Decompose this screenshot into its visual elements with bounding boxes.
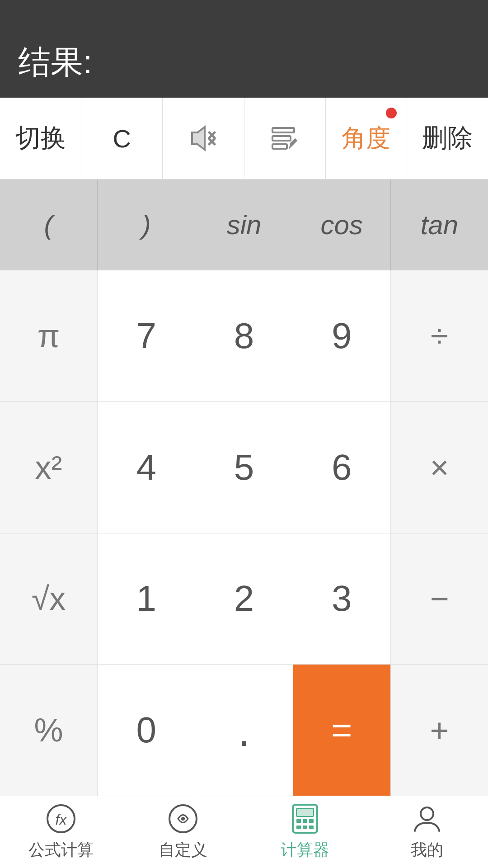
cos-button[interactable]: cos — [293, 179, 391, 270]
equals-label: = — [331, 709, 352, 751]
nav-formula[interactable]: fx 公式计算 — [0, 796, 122, 868]
percent-label: % — [34, 712, 63, 749]
svg-rect-7 — [272, 144, 287, 149]
key-0-label: 0 — [136, 709, 157, 751]
key-4-label: 4 — [136, 447, 157, 488]
switch-button[interactable]: 切换 — [0, 98, 81, 179]
svg-rect-14 — [296, 819, 301, 823]
svg-rect-13 — [296, 808, 314, 816]
mine-icon — [411, 803, 443, 835]
result-label: 结果: — [18, 41, 92, 84]
square-button[interactable]: x² — [0, 402, 98, 533]
custom-icon — [167, 803, 199, 835]
nav-mine[interactable]: 我的 — [366, 796, 488, 868]
bottom-nav: fx 公式计算 自定义 计算器 我的 — [0, 796, 488, 868]
svg-point-11 — [181, 817, 185, 821]
pi-label: π — [38, 317, 60, 354]
switch-label: 切换 — [15, 121, 66, 156]
sound-icon — [188, 123, 219, 154]
subtract-label: − — [430, 580, 449, 617]
trig-row: ( ) sin cos tan — [0, 179, 488, 270]
key-7-button[interactable]: 7 — [98, 270, 195, 401]
key-6-button[interactable]: 6 — [293, 402, 391, 533]
key-0-button[interactable]: 0 — [98, 665, 195, 796]
svg-point-20 — [421, 807, 433, 820]
key-6-label: 6 — [332, 447, 352, 488]
divide-label: ÷ — [431, 317, 449, 354]
key-5-button[interactable]: 5 — [195, 402, 293, 533]
pi-button[interactable]: π — [0, 270, 98, 401]
mine-nav-label: 我的 — [411, 839, 443, 861]
multiply-button[interactable]: × — [391, 402, 488, 533]
dot-label: . — [238, 708, 250, 753]
dot-button[interactable]: . — [195, 665, 293, 796]
key-row-1: π 7 8 9 ÷ — [0, 270, 488, 402]
angle-label: 角度 — [342, 122, 390, 155]
key-8-button[interactable]: 8 — [195, 270, 293, 401]
close-paren-button[interactable]: ) — [98, 179, 195, 270]
key-row-2: x² 4 5 6 × — [0, 402, 488, 533]
key-row-4: % 0 . = + — [0, 665, 488, 796]
close-paren-label: ) — [142, 209, 151, 241]
multiply-label: × — [430, 449, 449, 486]
subtract-button[interactable]: − — [391, 533, 488, 665]
tan-label: tan — [421, 209, 458, 241]
svg-rect-17 — [296, 826, 301, 829]
tan-button[interactable]: tan — [391, 179, 488, 270]
key-1-button[interactable]: 1 — [98, 533, 195, 665]
key-row-3: √x 1 2 3 − — [0, 533, 488, 665]
svg-rect-6 — [272, 136, 291, 141]
divide-button[interactable]: ÷ — [391, 270, 488, 401]
key-4-button[interactable]: 4 — [98, 402, 195, 533]
key-5-label: 5 — [234, 447, 254, 488]
key-8-label: 8 — [234, 315, 254, 357]
svg-marker-0 — [192, 127, 205, 150]
key-3-button[interactable]: 3 — [293, 533, 391, 665]
key-7-label: 7 — [136, 315, 157, 357]
result-area: 结果: — [0, 27, 488, 98]
clear-label: C — [113, 124, 131, 153]
nav-custom[interactable]: 自定义 — [122, 796, 244, 868]
edit-button[interactable] — [244, 98, 326, 179]
key-1-label: 1 — [136, 578, 157, 619]
add-button[interactable]: + — [391, 665, 488, 796]
svg-rect-16 — [309, 819, 314, 823]
open-paren-button[interactable]: ( — [0, 179, 98, 270]
svg-text:fx: fx — [56, 811, 67, 828]
cos-label: cos — [321, 209, 363, 241]
sqrt-button[interactable]: √x — [0, 533, 98, 665]
key-9-label: 9 — [332, 315, 352, 357]
nav-calculator[interactable]: 计算器 — [244, 796, 366, 868]
edit-icon — [269, 123, 300, 154]
status-bar — [0, 0, 488, 27]
angle-button[interactable]: 角度 — [326, 98, 407, 179]
delete-label: 删除 — [422, 121, 473, 156]
sound-button[interactable] — [163, 98, 244, 179]
add-label: + — [430, 712, 449, 749]
svg-rect-18 — [303, 826, 307, 829]
key-3-label: 3 — [332, 578, 352, 619]
svg-rect-19 — [309, 826, 314, 829]
sqrt-label: √x — [32, 580, 66, 617]
keypad: π 7 8 9 ÷ x² 4 5 6 × — [0, 270, 488, 796]
calculator-icon — [289, 803, 321, 835]
svg-rect-5 — [272, 128, 294, 132]
square-label: x² — [35, 449, 62, 486]
svg-rect-15 — [303, 819, 307, 823]
key-2-button[interactable]: 2 — [195, 533, 293, 665]
formula-icon: fx — [45, 803, 77, 835]
key-2-label: 2 — [234, 578, 254, 619]
clear-button[interactable]: C — [81, 98, 163, 179]
sin-label: sin — [227, 209, 262, 241]
toolbar: 切换 C 角度 删除 — [0, 98, 488, 179]
sin-button[interactable]: sin — [195, 179, 293, 270]
delete-button[interactable]: 删除 — [407, 98, 488, 179]
percent-button[interactable]: % — [0, 665, 98, 796]
open-paren-label: ( — [44, 209, 53, 241]
calculator-nav-label: 计算器 — [281, 839, 329, 861]
equals-button[interactable]: = — [293, 665, 391, 796]
custom-nav-label: 自定义 — [159, 839, 207, 861]
key-9-button[interactable]: 9 — [293, 270, 391, 401]
formula-nav-label: 公式计算 — [28, 839, 94, 861]
